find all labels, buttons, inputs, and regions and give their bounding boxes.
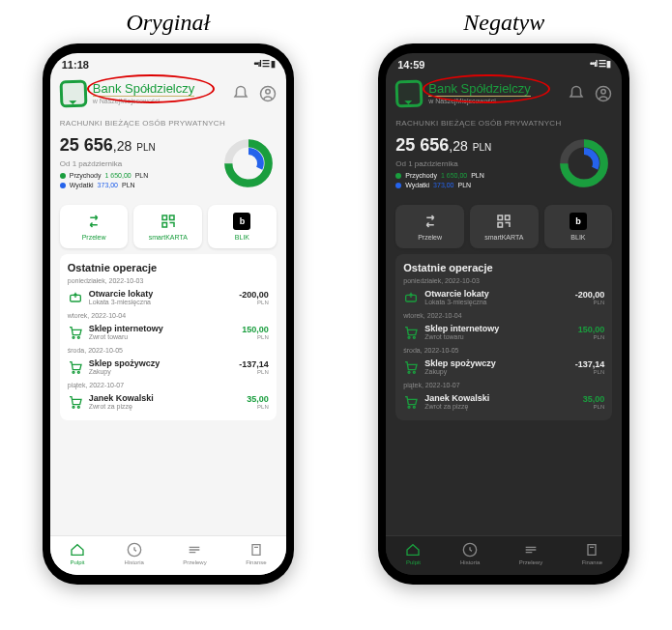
cart-icon [68, 394, 83, 410]
tab-label: Finanse [582, 559, 602, 565]
tab-historia[interactable]: Historia [124, 542, 143, 565]
op-date-label: piątek, 2022-10-07 [403, 382, 604, 388]
app-header: Bank Spółdzielczy w NaszejMiejscowości [50, 76, 286, 115]
svg-rect-5 [162, 215, 167, 220]
svg-point-12 [77, 371, 79, 373]
tab-przelewy[interactable]: Przelewy [183, 542, 206, 565]
svg-point-4 [236, 152, 260, 176]
op-desc: Lokata 3-miesięczna [424, 299, 569, 305]
operations-title: Ostatnie operacje [68, 262, 269, 273]
svg-rect-20 [498, 215, 503, 220]
profile-icon[interactable] [259, 85, 277, 102]
tab-label: Historia [460, 559, 480, 565]
tab-label: Przelewy [183, 559, 206, 565]
op-name: Sklep spożywczy [424, 358, 569, 368]
tab-icon [70, 542, 85, 558]
tab-label: Pulpit [70, 559, 84, 565]
operation-row[interactable]: Sklep internetowyZwrot towaru 150,00PLN [68, 321, 269, 343]
bank-name: Bank Spółdzielczy [428, 82, 531, 96]
operation-row[interactable]: Otwarcie lokatyLokata 3-miesięczna -200,… [68, 286, 269, 308]
cart-icon [403, 325, 419, 340]
tab-finanse[interactable]: Finanse [246, 542, 266, 565]
svg-point-10 [77, 336, 79, 338]
tab-pulpit[interactable]: Pulpit [70, 542, 85, 565]
smartkarta-button[interactable]: smartKARTA [470, 205, 539, 248]
transfer-button[interactable]: Przelew [395, 205, 464, 248]
svg-point-26 [408, 371, 410, 373]
ops-list: poniedziałek, 2022-10-03 Otwarcie lokaty… [68, 277, 269, 413]
bank-subtitle: w NaszejMiejscowości [93, 96, 195, 105]
op-amount: -200,00PLN [239, 290, 269, 305]
op-amount: -137,14PLN [239, 359, 269, 375]
tab-icon [584, 542, 599, 558]
variant-title-negative: Negatyw [463, 10, 544, 36]
balance-amount: 25 656,28 PLN [60, 135, 156, 156]
section-label: RACHUNKI BIEŻĄCE OSÓB PRYWATNYCH [60, 119, 277, 128]
tab-label: Przelewy [519, 559, 542, 565]
op-name: Janek Kowalski [424, 393, 576, 403]
op-amount: -200,00PLN [575, 290, 605, 305]
operations-card: Ostatnie operacje poniedziałek, 2022-10-… [395, 254, 612, 420]
svg-rect-7 [162, 223, 167, 228]
status-time: 11:18 [62, 59, 89, 71]
phone-dark: 14:59 ••ıl ☰ ▮ Bank Spółdzielczy w Nasze… [378, 43, 629, 585]
status-signal-icon: ••ıl ☰ ▮ [590, 59, 610, 71]
svg-point-24 [408, 336, 410, 338]
section-label: RACHUNKI BIEŻĄCE OSÓB PRYWATNYCH [395, 119, 612, 128]
operation-row[interactable]: Sklep spożywczyZakupy -137,14PLN [403, 356, 604, 378]
balance-amount: 25 656,28 PLN [395, 135, 491, 156]
cart-icon [403, 359, 419, 375]
phone-light: 11:18 ••ıl ☰ ▮ Bank Spółdzielczy w Nasze… [43, 43, 294, 585]
donut-chart-icon [556, 135, 612, 191]
status-time: 14:59 [397, 59, 424, 71]
qr-icon [160, 213, 177, 230]
bank-logo-icon [59, 80, 87, 108]
bank-name: Bank Spółdzielczy [93, 82, 195, 96]
op-desc: Zwrot towaru [89, 333, 236, 340]
bell-icon[interactable] [568, 85, 585, 102]
tab-przelewy[interactable]: Przelewy [519, 542, 542, 565]
operation-row[interactable]: Janek KowalskiZwrot za pizzę 35,00PLN [68, 390, 269, 413]
cart-icon [68, 359, 83, 375]
op-amount: 150,00PLN [578, 325, 605, 340]
balance-card[interactable]: 25 656,28 PLN Od 1 października Przychod… [395, 131, 612, 199]
tab-label: Historia [124, 559, 143, 565]
op-date-label: poniedziałek, 2022-10-03 [68, 277, 269, 284]
tab-finanse[interactable]: Finanse [582, 542, 602, 565]
svg-rect-21 [506, 215, 511, 220]
blik-button[interactable]: bBLIK [544, 205, 613, 248]
op-name: Otwarcie lokaty [89, 289, 233, 299]
transfer-button[interactable]: Przelew [60, 205, 129, 248]
tab-icon [127, 542, 142, 558]
op-name: Sklep internetowy [89, 324, 236, 333]
operation-row[interactable]: Otwarcie lokatyLokata 3-miesięczna -200,… [403, 286, 604, 308]
operation-row[interactable]: Sklep spożywczyZakupy -137,14PLN [68, 356, 269, 378]
bank-logo-icon [395, 80, 424, 108]
bell-icon[interactable] [232, 85, 249, 102]
svg-point-13 [73, 406, 74, 408]
op-date-label: wtorek, 2022-10-04 [68, 312, 269, 319]
op-amount: -137,14PLN [575, 359, 605, 375]
op-name: Sklep internetowy [424, 324, 571, 333]
transfer-icon [422, 213, 439, 230]
tab-pulpit[interactable]: Pulpit [405, 542, 421, 565]
tab-bar: PulpitHistoriaPrzelewyFinanse [386, 535, 622, 575]
balance-card[interactable]: 25 656,28 PLN Od 1 października Przychod… [60, 131, 277, 199]
bank-subtitle: w NaszejMiejscowości [428, 96, 531, 105]
op-desc: Zakupy [89, 368, 233, 375]
smartkarta-button[interactable]: smartKARTA [133, 205, 202, 248]
deposit-icon [403, 290, 419, 305]
op-desc: Lokata 3-miesięczna [89, 299, 233, 305]
operation-row[interactable]: Janek KowalskiZwrot za pizzę 35,00PLN [403, 390, 604, 413]
operation-row[interactable]: Sklep internetowyZwrot towaru 150,00PLN [403, 321, 604, 343]
cart-icon [68, 325, 83, 340]
svg-point-11 [73, 371, 74, 373]
app-header: Bank Spółdzielczy w NaszejMiejscowości [386, 76, 622, 115]
operations-card: Ostatnie operacje poniedziałek, 2022-10-… [60, 254, 277, 420]
tab-historia[interactable]: Historia [460, 542, 480, 565]
op-amount: 150,00PLN [242, 325, 269, 340]
profile-icon[interactable] [595, 85, 612, 102]
blik-button[interactable]: bBLIK [208, 205, 277, 248]
svg-point-1 [266, 90, 271, 95]
op-name: Otwarcie lokaty [424, 289, 569, 299]
